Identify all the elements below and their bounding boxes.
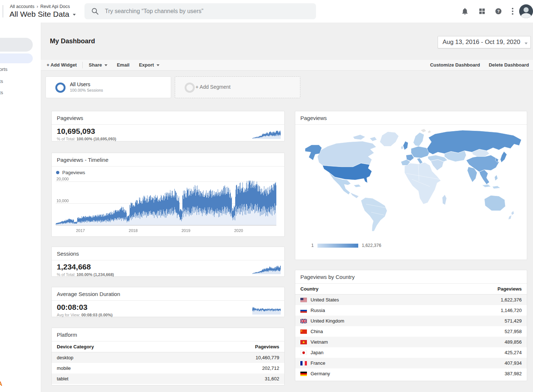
breadcrumb-all-accounts[interactable]: All accounts (10, 4, 34, 9)
widget-pageviews-timeline: Pageviews - Timeline Pageviews (51, 153, 285, 237)
top-app-bar: All accounts › Revit Api Docs All Web Si… (0, 0, 533, 23)
pageviews-cell: 425,274 (505, 350, 522, 355)
drawer-edge-divider (3, 5, 3, 17)
column-country: Country (300, 286, 319, 292)
sidebar-item-pill-active[interactable] (0, 53, 33, 63)
flag-de-icon (300, 372, 307, 376)
table-row: China527,958 (295, 326, 527, 337)
flag-jp-icon (300, 351, 307, 355)
device-category-cell: tablet (57, 376, 68, 381)
map-region-japan (500, 151, 507, 162)
sidebar-item[interactable]: ts (0, 90, 3, 95)
property-selector[interactable]: All Web Site Data (9, 10, 76, 19)
flag-fr-icon (300, 361, 307, 365)
metric-value: 1,234,668 (52, 260, 284, 271)
segment-ring-icon (55, 83, 66, 93)
map-region-new-zealand (508, 211, 514, 219)
sessions-sparkline-canvas (252, 265, 281, 274)
column-device-category: Device Category (57, 344, 94, 349)
flag-us-icon (300, 298, 307, 302)
widget-pageviews-metric: Pageviews 10,695,093 % of Total: 100.00%… (51, 111, 285, 141)
flag-gb-icon (300, 319, 307, 323)
widget-pageviews-map: Pageviews (295, 111, 527, 260)
map-region-russia (427, 130, 521, 154)
search-bar[interactable] (84, 3, 316, 19)
breadcrumb-account[interactable]: Revit Api Docs (40, 4, 70, 9)
widget-pageviews-by-country: Pageviews by Country Country Pageviews U… (295, 270, 527, 381)
country-cell: Japan (300, 350, 323, 355)
date-range-label: Aug 13, 2016 - Oct 19, 2020 (442, 39, 520, 45)
pageviews-sparkline-canvas (252, 129, 281, 139)
table-row: Russia1,146,720 (295, 305, 527, 316)
flag-ru-icon (300, 308, 307, 313)
email-button[interactable]: Email (117, 62, 130, 68)
customize-dashboard-button[interactable]: Customize Dashboard (430, 62, 480, 68)
chart-legend: Pageviews (52, 167, 284, 176)
breadcrumb-separator: › (36, 4, 38, 9)
pageviews-cell: 387,982 (505, 371, 522, 376)
left-nav: orts ts ts A (0, 23, 41, 392)
export-button[interactable]: Export (139, 62, 159, 68)
add-segment-label: + Add Segment (196, 84, 230, 90)
country-cell: Russia (300, 308, 325, 313)
world-choropleth-map[interactable] (299, 126, 524, 239)
metric-footnote: Avg for View: 00:08:03 (0.00%) (52, 312, 284, 318)
search-input[interactable] (104, 8, 302, 15)
timeline-chart-canvas[interactable] (56, 176, 276, 234)
date-range-selector[interactable]: Aug 13, 2016 - Oct 19, 2020 (438, 36, 531, 48)
country-cell: France (300, 360, 325, 366)
add-segment-button[interactable]: + Add Segment (175, 76, 300, 98)
device-category-cell: desktop (57, 355, 74, 360)
country-cell: Vietnam (300, 339, 328, 345)
sidebar-item[interactable]: ts (0, 79, 3, 84)
pageviews-cell: 10,460,779 (256, 355, 279, 360)
metric-value: 00:08:03 (52, 301, 284, 312)
segment-all-users[interactable]: All Users 100.00% Sessions (46, 76, 171, 98)
map-region-philippines (494, 175, 498, 181)
chevron-down-icon (73, 14, 76, 16)
delete-dashboard-button[interactable]: Delete Dashboard (489, 62, 529, 68)
map-region-scandinavia (413, 132, 424, 146)
pageviews-cell: 202,712 (262, 365, 279, 371)
apps-grid-icon[interactable] (478, 8, 486, 15)
more-vert-icon[interactable] (510, 7, 515, 15)
table-row: United States1,622,376 (295, 295, 527, 305)
column-pageviews: Pageviews (255, 344, 280, 349)
bell-icon[interactable] (461, 7, 469, 15)
map-region-uk (403, 141, 408, 150)
widget-title: Pageviews (52, 111, 284, 124)
duration-sparkline-canvas (252, 305, 281, 315)
map-region-greenland (380, 132, 399, 146)
legend-gradient-bar (317, 244, 358, 248)
topbar-actions: ? (461, 0, 533, 23)
country-cell: Germany (300, 371, 330, 376)
table-row: France407,934 (295, 358, 527, 368)
sidebar-item-pill[interactable] (0, 38, 33, 52)
segment-name: All Users (70, 81, 90, 87)
flag-vn-icon (300, 340, 307, 344)
legend-max: 1,622,376 (362, 243, 381, 248)
table-row: Germany387,982 (295, 368, 527, 379)
column-pageviews: Pageviews (498, 286, 522, 292)
table-row: desktop10,460,779 (52, 352, 284, 363)
map-region-madagascar (442, 195, 447, 205)
widget-title: Pageviews by Country (295, 270, 527, 283)
user-avatar[interactable] (519, 4, 533, 18)
add-widget-button[interactable]: + Add Widget (47, 62, 77, 68)
map-region-arctic-islands (353, 135, 377, 141)
widget-title: Pageviews - Timeline (52, 153, 284, 166)
pageviews-cell: 1,622,376 (501, 297, 522, 303)
widget-title: Pageviews (295, 111, 527, 124)
platform-table-body: desktop10,460,779mobile202,712tablet31,6… (52, 352, 284, 384)
pageviews-cell: 31,602 (265, 376, 279, 381)
table-row: mobile202,712 (52, 363, 284, 373)
map-region-middle-east (431, 160, 444, 171)
help-icon[interactable]: ? (495, 8, 502, 15)
sidebar-item-reports[interactable]: orts (0, 67, 8, 72)
toolbar-divider (82, 62, 83, 68)
table-row: United Kingdom571,429 (295, 316, 527, 326)
table-header: Country Pageviews (295, 284, 527, 295)
table-row: tablet31,602 (52, 373, 284, 384)
share-button[interactable]: Share (89, 62, 107, 68)
widget-title: Sessions (52, 247, 284, 260)
